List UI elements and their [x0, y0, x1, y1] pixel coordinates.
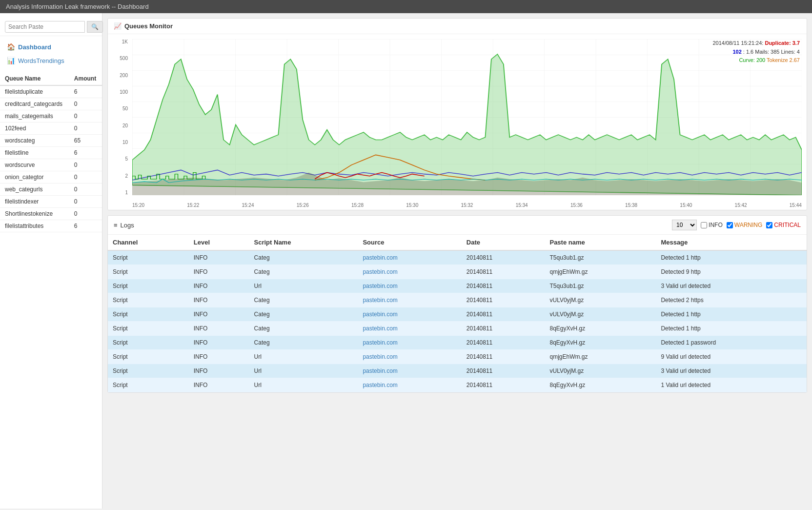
logs-cell-2: Url — [249, 279, 358, 293]
logs-col-message: Message — [656, 235, 807, 250]
sidebar-item-dashboard-label: Dashboard — [18, 43, 51, 51]
logs-cell-6: Detected 1 http — [656, 307, 807, 322]
logs-table-row: ScriptINFOCategpastebin.com20140811qmjgE… — [108, 265, 807, 279]
logs-cell-3: pastebin.com — [358, 307, 461, 322]
source-link[interactable]: pastebin.com — [363, 268, 397, 275]
logs-cell-4: 20140811 — [462, 350, 545, 364]
legend-curve-line: Curve: 200 Tokenize 2.67 — [712, 56, 800, 65]
queue-amount: 6 — [69, 220, 102, 232]
logs-cell-0: Script — [108, 265, 189, 279]
queue-table: Queue Name Amount filelistduplicate6cred… — [0, 72, 102, 232]
sidebar-item-wordstrendings[interactable]: 📊 WordsTrendings — [0, 54, 102, 67]
queue-table-row: filelistduplicate6 — [0, 85, 102, 98]
logs-cell-0: Script — [108, 350, 189, 364]
logs-cell-1: INFO — [189, 350, 249, 364]
logs-cell-4: 20140811 — [462, 322, 545, 336]
logs-cell-2: Url — [249, 378, 358, 392]
source-link[interactable]: pastebin.com — [363, 297, 397, 304]
logs-title: Logs — [121, 222, 134, 229]
logs-cell-6: 3 Valid url detected — [656, 279, 807, 293]
logs-col-date: Date — [462, 235, 545, 250]
queue-amount: 0 — [69, 122, 102, 135]
chart-svg — [132, 39, 802, 195]
wordstrendings-icon: 📊 — [7, 57, 15, 64]
source-link[interactable]: pastebin.com — [363, 311, 397, 318]
logs-col-script-name: Script Name — [249, 235, 358, 250]
queue-table-row: filelistline6 — [0, 147, 102, 159]
source-link[interactable]: pastebin.com — [363, 382, 397, 388]
queue-table-row: 102feed0 — [0, 122, 102, 135]
queue-col-amount: Amount — [69, 72, 102, 85]
logs-cell-3: pastebin.com — [358, 322, 461, 336]
y-axis-label: 50 — [122, 106, 128, 111]
logs-cell-1: INFO — [189, 378, 249, 392]
y-axis: 1K500200100502010521 — [108, 39, 130, 195]
logs-table-row: ScriptINFOUrlpastebin.com20140811vULV0yj… — [108, 364, 807, 378]
chart-panel: 📈 Queues Monitor 1K500200100502010521 — [107, 18, 807, 210]
search-input[interactable] — [5, 21, 85, 33]
chart-panel-header: 📈 Queues Monitor — [108, 19, 807, 34]
logs-cell-6: Detected 1 password — [656, 336, 807, 350]
logs-cell-0: Script — [108, 307, 189, 322]
logs-cell-5: vULV0yjM.gz — [545, 364, 656, 378]
y-axis-label: 5 — [125, 156, 128, 162]
queue-amount: 6 — [69, 147, 102, 159]
x-axis-label: 15:28 — [351, 203, 364, 208]
filter-info-text: INFO — [709, 222, 723, 228]
source-link[interactable]: pastebin.com — [363, 325, 397, 332]
source-link[interactable]: pastebin.com — [363, 283, 397, 289]
logs-cell-3: pastebin.com — [358, 350, 461, 364]
x-axis-label: 15:40 — [680, 203, 692, 208]
sidebar: 🔍 🏠 Dashboard 📊 WordsTrendings Queue Nam… — [0, 13, 102, 509]
logs-cell-6: Detected 9 http — [656, 265, 807, 279]
logs-cell-6: 3 Valid url detected — [656, 364, 807, 378]
source-link[interactable]: pastebin.com — [363, 353, 397, 360]
queue-table-row: filelistattributes6 — [0, 220, 102, 232]
logs-cell-0: Script — [108, 364, 189, 378]
logs-cell-4: 20140811 — [462, 279, 545, 293]
logs-controls: 102550100 INFO WARNING CRITICAL — [672, 220, 801, 230]
source-link[interactable]: pastebin.com — [363, 367, 397, 374]
x-axis-label: 15:26 — [297, 203, 309, 208]
title-bar: Analysis Information Leak framework -- D… — [0, 0, 812, 13]
search-button[interactable]: 🔍 — [87, 21, 103, 33]
filter-warning-checkbox[interactable] — [727, 222, 733, 228]
logs-col-level: Level — [189, 235, 249, 250]
queue-amount: 0 — [69, 184, 102, 196]
queue-name: wordscateg — [0, 135, 69, 147]
queue-amount: 0 — [69, 110, 102, 122]
y-axis-label: 1K — [122, 39, 128, 44]
logs-cell-1: INFO — [189, 265, 249, 279]
logs-title-area: ≡ Logs — [114, 222, 134, 229]
legend-curve-label: Curve: — [739, 57, 754, 63]
x-axis-label: 15:24 — [242, 203, 254, 208]
logs-cell-5: qmjgEhWm.gz — [545, 350, 656, 364]
logs-icon: ≡ — [114, 222, 118, 229]
filter-critical-text: CRITICAL — [774, 222, 801, 228]
queue-name: filelistattributes — [0, 220, 69, 232]
logs-cell-0: Script — [108, 250, 189, 265]
logs-cell-0: Script — [108, 378, 189, 392]
queue-name: filelistline — [0, 147, 69, 159]
filter-info-checkbox[interactable] — [701, 222, 707, 228]
source-link[interactable]: pastebin.com — [363, 339, 397, 346]
logs-cell-4: 20140811 — [462, 307, 545, 322]
x-axis-label: 15:32 — [461, 203, 473, 208]
logs-cell-0: Script — [108, 336, 189, 350]
filter-critical-checkbox[interactable] — [766, 222, 772, 228]
filter-critical-label: CRITICAL — [766, 222, 801, 228]
x-axis-label: 15:30 — [406, 203, 418, 208]
legend-102-line: 102 : 1.6 Mails: 385 Lines: 4 — [712, 48, 800, 57]
logs-cell-2: Url — [249, 350, 358, 364]
logs-cell-3: pastebin.com — [358, 293, 461, 307]
page-size-select[interactable]: 102550100 — [672, 220, 697, 230]
source-link[interactable]: pastebin.com — [363, 254, 397, 261]
sidebar-item-dashboard[interactable]: 🏠 Dashboard — [0, 40, 102, 54]
logs-col-source: Source — [358, 235, 461, 250]
queue-name: creditcard_categcards — [0, 98, 69, 110]
logs-cell-3: pastebin.com — [358, 250, 461, 265]
queue-name: onion_categtor — [0, 171, 69, 184]
y-axis-label: 2 — [125, 173, 128, 179]
logs-cell-6: 9 Valid url detected — [656, 350, 807, 364]
chart-icon: 📈 — [114, 22, 122, 30]
